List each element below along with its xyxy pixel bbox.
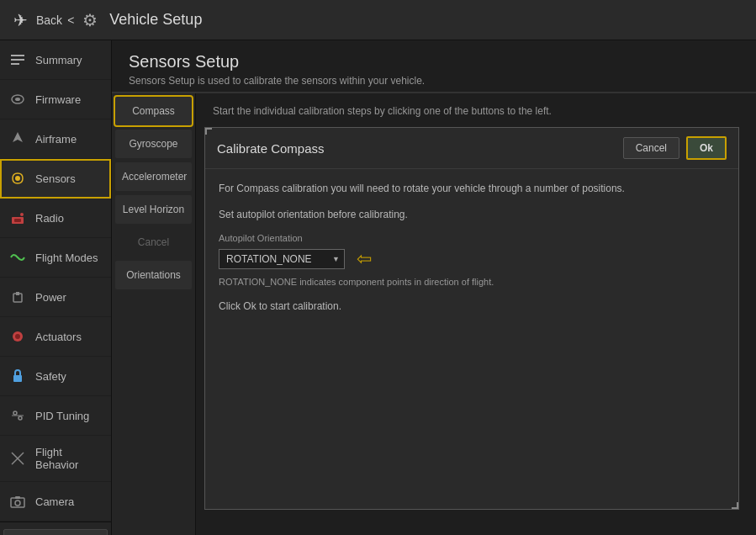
airframe-icon (8, 130, 27, 148)
main-layout: Summary Firmware Airframe (0, 40, 756, 535)
svg-point-9 (20, 213, 24, 216)
back-label: Back (36, 13, 62, 27)
svg-point-4 (15, 98, 20, 101)
corner-decoration-br (732, 502, 738, 509)
level-horizon-button[interactable]: Level Horizon (115, 195, 192, 224)
dialog-ok-button[interactable]: Ok (686, 136, 727, 160)
click-ok-text: Click Ok to start calibration. (219, 300, 725, 312)
sidebar-label-flight-behavior: Flight Behavior (35, 446, 103, 471)
sidebar-item-power[interactable]: Power (0, 278, 111, 317)
firmware-icon (8, 90, 27, 109)
autopilot-section: Autopilot Orientation ROTATION_NONE ROTA… (219, 233, 725, 287)
power-icon (8, 288, 27, 306)
camera-icon (8, 492, 27, 511)
svg-rect-1 (11, 59, 24, 61)
svg-rect-11 (16, 292, 19, 295)
factory-reset-button[interactable]: Factory reset (3, 529, 108, 535)
pid-icon (8, 406, 27, 425)
plane-icon: ✈ (13, 10, 28, 30)
sensors-icon (8, 169, 27, 188)
orientations-button[interactable]: Orientations (115, 261, 192, 289)
sidebar-item-airframe[interactable]: Airframe (0, 119, 111, 159)
calibrate-text-1: For Compass calibration you will need to… (219, 181, 725, 197)
svg-rect-0 (11, 55, 24, 56)
sidebar-item-summary[interactable]: Summary (0, 40, 111, 80)
content-area: Sensors Setup Sensors Setup is used to c… (112, 40, 756, 535)
sidebar-label-actuators: Actuators (35, 331, 82, 343)
svg-rect-8 (14, 219, 21, 222)
flight-modes-icon (8, 248, 27, 267)
dialog-header: Calibrate Compass Cancel Ok (205, 128, 738, 169)
sidebar-label-flight-modes: Flight Modes (35, 252, 98, 264)
actuators-icon (8, 327, 27, 346)
back-button[interactable]: Back < (36, 13, 74, 27)
flight-behavior-icon (8, 449, 27, 468)
calibrate-compass-dialog: Calibrate Compass Cancel Ok For Compass … (204, 127, 739, 510)
dialog-cancel-button[interactable]: Cancel (623, 137, 679, 159)
sidebar-item-camera[interactable]: Camera (0, 482, 111, 522)
autopilot-label: Autopilot Orientation (219, 233, 725, 243)
svg-marker-5 (13, 132, 23, 142)
accelerometer-button[interactable]: Accelerometer (115, 162, 192, 191)
sidebar-label-safety: Safety (35, 370, 66, 383)
svg-rect-22 (15, 496, 20, 499)
compass-button[interactable]: Compass (115, 97, 192, 125)
rotation-select[interactable]: ROTATION_NONE ROTATION_YAW_45 ROTATION_Y… (219, 249, 345, 269)
cancel-sensor-button[interactable]: Cancel (115, 228, 192, 257)
top-bar: ✈ Back < ⚙ Vehicle Setup (0, 0, 756, 40)
svg-rect-2 (11, 63, 19, 65)
sidebar-label-power: Power (35, 291, 66, 304)
rotation-select-wrapper: ROTATION_NONE ROTATION_YAW_45 ROTATION_Y… (219, 249, 345, 269)
gyroscope-button[interactable]: Gyroscope (115, 130, 192, 158)
content-header: Sensors Setup Sensors Setup is used to c… (112, 40, 756, 92)
sidebar-label-sensors: Sensors (35, 172, 76, 185)
corner-decoration-tl (205, 128, 212, 135)
content-title: Sensors Setup (129, 52, 739, 72)
sidebar-label-summary: Summary (35, 54, 82, 66)
rotation-note: ROTATION_NONE indicates component points… (219, 277, 725, 287)
sensor-instruction: Start the individual calibration steps b… (213, 105, 739, 117)
gear-icon: ⚙ (82, 10, 98, 30)
sidebar: Summary Firmware Airframe (0, 40, 112, 535)
safety-icon (8, 367, 27, 385)
svg-rect-14 (13, 375, 22, 382)
rotation-select-row: ROTATION_NONE ROTATION_YAW_45 ROTATION_Y… (219, 248, 725, 270)
sidebar-label-camera: Camera (35, 495, 74, 508)
arrow-indicator-icon: ⇦ (357, 248, 372, 270)
sidebar-item-firmware[interactable]: Firmware (0, 80, 111, 119)
summary-icon (8, 50, 27, 69)
sidebar-item-sensors[interactable]: Sensors (0, 159, 111, 199)
sensor-panel: Compass Gyroscope Accelerometer Level Ho… (112, 93, 756, 535)
sidebar-item-flight-behavior[interactable]: Flight Behavior (0, 436, 111, 482)
radio-icon (8, 209, 27, 227)
content-subtitle: Sensors Setup is used to calibrate the s… (129, 75, 739, 87)
dialog-header-buttons: Cancel Ok (623, 136, 727, 160)
sidebar-item-flight-modes[interactable]: Flight Modes (0, 238, 111, 278)
svg-point-17 (19, 416, 22, 420)
sidebar-item-pid-tuning[interactable]: PID Tuning (0, 396, 111, 436)
dialog-body: For Compass calibration you will need to… (205, 169, 738, 509)
sidebar-label-firmware: Firmware (35, 93, 81, 106)
sidebar-item-safety[interactable]: Safety (0, 357, 111, 396)
breadcrumb-separator: < (67, 13, 74, 27)
dialog-title: Calibrate Compass (217, 141, 325, 156)
svg-point-6 (15, 176, 20, 181)
svg-point-16 (13, 411, 17, 415)
svg-point-13 (15, 334, 20, 339)
sidebar-label-pid-tuning: PID Tuning (35, 410, 89, 422)
sidebar-item-radio[interactable]: Radio (0, 199, 111, 238)
sensor-buttons-column: Compass Gyroscope Accelerometer Level Ho… (112, 93, 196, 535)
page-title: Vehicle Setup (109, 11, 202, 29)
sidebar-item-actuators[interactable]: Actuators (0, 317, 111, 357)
sidebar-label-radio: Radio (35, 212, 64, 225)
factory-reset-bar: Factory reset (0, 522, 111, 535)
sidebar-label-airframe: Airframe (35, 133, 77, 146)
sensor-content: Start the individual calibration steps b… (196, 93, 756, 535)
calibrate-text-2: Set autopilot orientation before calibra… (219, 207, 725, 223)
svg-point-21 (15, 501, 20, 506)
